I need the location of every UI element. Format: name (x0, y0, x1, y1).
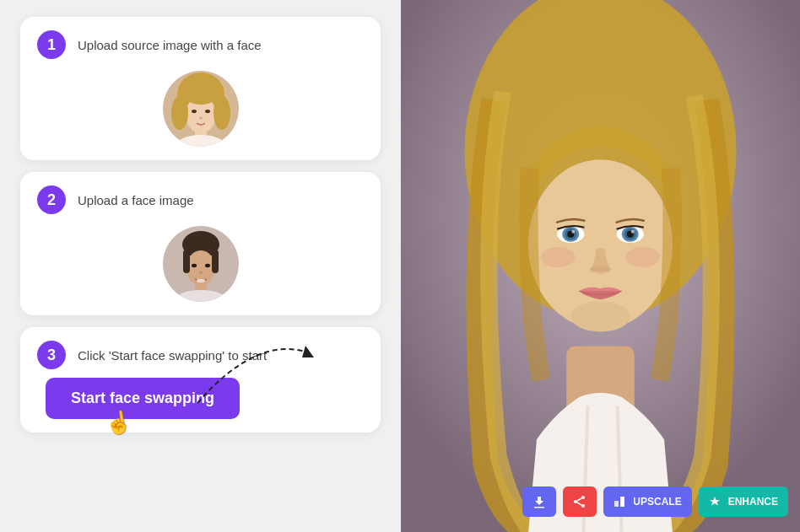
right-panel: UPSCALE ENHANCE (401, 0, 800, 532)
svg-line-45 (577, 498, 581, 501)
svg-point-7 (205, 110, 210, 113)
svg-point-6 (192, 110, 197, 113)
svg-point-32 (571, 230, 575, 234)
svg-point-42 (581, 496, 585, 499)
svg-rect-47 (614, 501, 619, 507)
step-1-image-container[interactable] (37, 71, 364, 147)
photo-background: UPSCALE ENHANCE (401, 0, 800, 532)
share-button[interactable] (563, 486, 597, 517)
step-1-number: 1 (37, 30, 66, 59)
upscale-icon (614, 496, 625, 508)
svg-point-43 (574, 500, 577, 503)
enhance-label: ENHANCE (728, 496, 778, 508)
svg-point-4 (214, 96, 230, 130)
svg-point-5 (181, 74, 221, 105)
step-3-body: Start face swapping ☝ (37, 378, 364, 419)
svg-rect-15 (212, 250, 219, 273)
svg-point-16 (192, 264, 197, 267)
step-3-title: Click 'Start face swapping' to start (78, 348, 267, 363)
svg-point-18 (198, 271, 202, 274)
upscale-label: UPSCALE (633, 496, 681, 508)
svg-rect-48 (620, 497, 624, 507)
download-button[interactable] (522, 486, 556, 517)
step-3-card: 3 Click 'Start face swapping' to start S… (20, 327, 381, 433)
step-1-card: 1 Upload source image with a face (20, 17, 381, 160)
step-1-title: Upload source image with a face (78, 38, 262, 52)
step-2-image-container[interactable] (37, 226, 364, 302)
svg-point-41 (570, 301, 630, 331)
step-3-header: 3 Click 'Start face swapping' to start (37, 341, 364, 369)
enhance-icon (709, 496, 721, 508)
svg-line-46 (577, 502, 581, 505)
svg-point-40 (626, 247, 660, 267)
step-1-header: 1 Upload source image with a face (37, 30, 364, 59)
svg-point-37 (631, 230, 635, 234)
download-icon (532, 495, 546, 508)
svg-point-3 (171, 96, 188, 130)
upscale-button[interactable]: UPSCALE (603, 486, 691, 517)
step-2-title: Upload a face image (78, 193, 194, 207)
svg-rect-14 (183, 250, 190, 273)
svg-point-44 (581, 504, 585, 508)
source-face-avatar[interactable] (163, 71, 239, 147)
step-2-card: 2 Upload a face image (20, 172, 381, 315)
svg-point-8 (199, 117, 203, 120)
face-swap-avatar[interactable] (163, 226, 239, 302)
toolbar: UPSCALE ENHANCE (522, 486, 788, 517)
start-face-swapping-button[interactable]: Start face swapping (46, 378, 240, 419)
svg-point-19 (197, 279, 205, 282)
svg-point-39 (541, 247, 575, 267)
enhance-button[interactable]: ENHANCE (699, 486, 788, 517)
left-panel: 1 Upload source image with a face (0, 0, 401, 532)
step-2-header: 2 Upload a face image (37, 185, 364, 214)
share-icon (573, 495, 586, 508)
step-3-number: 3 (37, 341, 66, 369)
woman-portrait (401, 0, 800, 532)
svg-point-38 (590, 266, 610, 274)
step-2-number: 2 (37, 185, 66, 214)
svg-point-17 (205, 264, 210, 267)
